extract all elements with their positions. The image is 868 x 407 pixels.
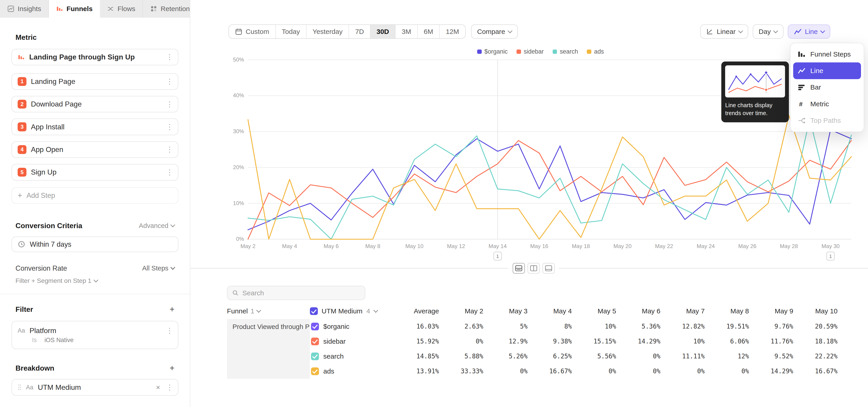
svg-text:0%: 0% <box>236 236 244 242</box>
range-30d-button[interactable]: 30D <box>370 25 396 38</box>
kebab-menu-icon[interactable]: ⋮ <box>164 53 175 61</box>
range-3m-button[interactable]: 3M <box>396 25 418 38</box>
granularity-select[interactable]: Day <box>753 24 783 39</box>
table-search[interactable] <box>227 286 365 300</box>
utm-medium-checkbox[interactable] <box>310 307 318 315</box>
chevron-down-icon <box>256 308 261 313</box>
series-name: sidebar <box>323 338 346 345</box>
svg-text:10%: 10% <box>233 200 244 206</box>
cell-value: 0% <box>711 368 756 375</box>
day-column-header: May 9 <box>756 307 800 315</box>
svg-text:30%: 30% <box>233 128 244 134</box>
chart-type-menu: Funnel Steps Line Bar # Metric Top Paths <box>790 43 864 132</box>
cell-value: 11.11% <box>667 352 711 360</box>
compare-button[interactable]: Compare <box>471 24 518 39</box>
series-checkbox[interactable] <box>311 368 319 375</box>
funnel-step-4[interactable]: 4 App Open ⋮ <box>11 141 178 158</box>
funnel-column-header[interactable]: Funnel1 <box>227 307 310 315</box>
tab-insights[interactable]: Insights <box>0 0 49 18</box>
menu-item-line[interactable]: Line <box>793 62 861 79</box>
date-range-control: Custom Today Yesterday 7D 30D 3M 6M 12M <box>228 24 465 39</box>
chevron-down-icon <box>373 308 378 313</box>
funnel-group-cell[interactable]: Product Viewed through P… <box>227 319 310 379</box>
layout-split-button[interactable] <box>513 263 525 274</box>
filter-heading: Filter + <box>16 305 175 314</box>
retention-icon <box>150 5 157 12</box>
line-chart-icon <box>798 67 805 74</box>
filter-value[interactable]: iOS Native <box>44 337 74 344</box>
yesterday-button[interactable]: Yesterday <box>307 25 349 38</box>
filter-operator[interactable]: Is <box>32 337 37 344</box>
cell-value: 20.59% <box>800 323 844 330</box>
cell-value: 14.29% <box>623 338 667 345</box>
cell-value: 6.25% <box>534 352 579 360</box>
remove-breakdown-button[interactable]: × <box>156 383 160 392</box>
range-6m-button[interactable]: 6M <box>418 25 440 38</box>
search-input[interactable] <box>242 289 360 297</box>
funnel-step-1[interactable]: 1 Landing Page ⋮ <box>11 73 178 90</box>
range-12m-button[interactable]: 12M <box>440 25 465 38</box>
svg-text:May 6: May 6 <box>324 243 339 249</box>
cell-value: 0% <box>623 352 667 360</box>
cell-value: 10% <box>579 323 623 330</box>
series-checkbox[interactable] <box>311 323 319 330</box>
tab-label: Funnels <box>66 5 92 13</box>
table-body: Product Viewed through P… $organic16.03%… <box>227 319 868 379</box>
series-name: $organic <box>323 323 349 330</box>
filter-platform-card[interactable]: Aa Platform ⋮ Is iOS Native <box>11 321 178 349</box>
filter-segment-dropdown[interactable]: Filter + Segment on Step 1 <box>16 277 175 284</box>
range-7d-button[interactable]: 7D <box>349 25 370 38</box>
calendar-icon <box>235 28 242 35</box>
cell-value: 0% <box>490 368 534 375</box>
menu-item-funnel-steps[interactable]: Funnel Steps <box>793 46 861 62</box>
tab-flows[interactable]: Flows <box>100 0 143 18</box>
add-step-button[interactable]: + Add Step <box>11 187 178 204</box>
advanced-dropdown[interactable]: Advanced <box>139 222 175 229</box>
funnel-metric-card[interactable]: Landing Page through Sign Up ⋮ <box>11 49 178 65</box>
table-row: ads13.91%33.33%0%16.67%0%0%0%0%14.29%16.… <box>310 364 844 379</box>
drag-handle-icon[interactable] <box>18 384 22 390</box>
kebab-menu-icon[interactable]: ⋮ <box>164 123 175 131</box>
average-column-header: Average <box>407 307 445 315</box>
flows-icon <box>107 5 114 12</box>
cell-value: 9.76% <box>756 323 800 330</box>
tab-funnels[interactable]: Funnels <box>49 0 100 18</box>
kebab-menu-icon[interactable]: ⋮ <box>164 100 175 108</box>
cell-value: 12% <box>711 352 756 360</box>
all-steps-dropdown[interactable]: All Steps <box>142 264 175 272</box>
custom-range-button[interactable]: Custom <box>229 25 276 38</box>
conversion-window-selector[interactable]: Within 7 days <box>11 237 178 252</box>
series-checkbox[interactable] <box>311 352 319 360</box>
conversion-rate-label: Conversion Rate <box>16 264 67 272</box>
menu-item-metric[interactable]: # Metric <box>793 96 861 112</box>
chart-type-select[interactable]: Line <box>788 24 830 39</box>
layout-table-button[interactable] <box>542 263 555 274</box>
kebab-menu-icon[interactable]: ⋮ <box>164 168 175 177</box>
kebab-menu-icon[interactable]: ⋮ <box>164 77 175 86</box>
layout-chart-button[interactable] <box>528 263 540 274</box>
plus-icon: + <box>18 191 22 200</box>
kebab-menu-icon[interactable]: ⋮ <box>164 145 175 154</box>
funnel-step-3[interactable]: 3 App Install ⋮ <box>11 119 178 135</box>
breakdown-utm-card[interactable]: Aa UTM Medium × ⋮ <box>11 379 178 396</box>
search-icon <box>232 290 239 296</box>
add-breakdown-button[interactable]: + <box>169 364 174 372</box>
cell-value: 33.33% <box>445 368 490 375</box>
cell-value: 9.38% <box>534 338 579 345</box>
funnel-step-5[interactable]: 5 Sign Up ⋮ <box>11 164 178 181</box>
kebab-menu-icon[interactable]: ⋮ <box>164 383 175 392</box>
today-button[interactable]: Today <box>276 25 307 38</box>
cell-value: 16.67% <box>534 368 579 375</box>
series-checkbox[interactable] <box>311 338 319 345</box>
step-number-badge: 2 <box>18 100 26 108</box>
menu-item-bar[interactable]: Bar <box>793 79 861 96</box>
tab-retention[interactable]: Retention <box>143 0 197 18</box>
kebab-menu-icon[interactable]: ⋮ <box>164 326 175 335</box>
utm-medium-column-header[interactable]: UTM Medium4 <box>310 307 407 315</box>
funnel-step-2[interactable]: 2 Download Page ⋮ <box>11 96 178 113</box>
add-filter-button[interactable]: + <box>169 305 174 314</box>
svg-text:May 10: May 10 <box>405 243 423 249</box>
series-name: search <box>323 352 344 360</box>
scale-select[interactable]: Linear <box>700 24 748 39</box>
tab-label: Retention <box>161 5 190 13</box>
